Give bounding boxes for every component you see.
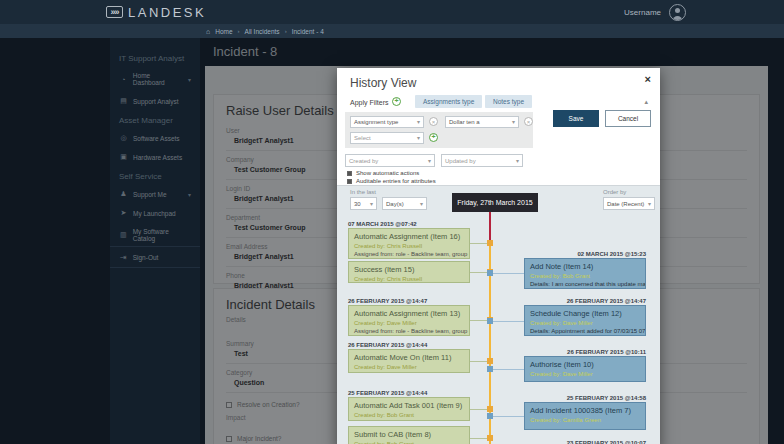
history-timeline: In the last 30▾ Day(s)▾ Friday, 27th Mar… [337, 185, 660, 444]
card-title: Automatic Add Task 001 (Item 9) [354, 401, 464, 410]
timeline-entry-date: 26 FEBRUARY 2015 @14:47 [348, 298, 470, 304]
timeline-entry-date: 26 FEBRUARY 2015 @14:44 [348, 342, 470, 348]
card-details: Assigned from: role - Backline team, gro… [354, 328, 464, 334]
chevron-down-icon: ▾ [370, 201, 373, 207]
select-value: Assignment type [354, 119, 398, 125]
chevron-down-icon: ▾ [516, 158, 519, 164]
breadcrumb: ⌂ Home › All Incidents › Incident - 4 [206, 24, 324, 38]
user-avatar[interactable] [669, 4, 686, 21]
save-button[interactable]: Save [553, 110, 599, 127]
timeline-entry-date: 23 FEBRUARY 2015 @10:07 [524, 440, 646, 444]
auditable-entries-checkbox[interactable] [347, 179, 352, 184]
timeline-entry-date: 07 MARCH 2015 @07:42 [348, 221, 470, 227]
breadcrumb-separator: › [285, 28, 287, 34]
select-value: Dollar ten a [449, 119, 480, 125]
history-card-item-12[interactable]: Schedule Change (Item 12) Created by: Da… [524, 305, 646, 336]
breadcrumb-bar: ⌂ Home › All Incidents › Incident - 4 [0, 24, 784, 38]
dollar-item-select[interactable]: Dollar ten a▾ [445, 116, 519, 128]
card-title: Automatic Assignment (Item 13) [354, 309, 464, 318]
history-card-item-9[interactable]: Automatic Add Task 001 (Item 9) Created … [348, 397, 470, 421]
timeline-node [487, 270, 493, 276]
card-created-by: Created by: Bob Grant [530, 273, 640, 279]
landesk-logo-icon: »» [106, 6, 123, 18]
updated-by-select[interactable]: Updated by▾ [441, 154, 523, 167]
timeline-entry-date: 02 MARCH 2015 @15:23 [524, 251, 646, 257]
history-card-item-13[interactable]: Automatic Assignment (Item 13) Created b… [348, 305, 470, 336]
add-filter-icon[interactable]: + [392, 97, 401, 106]
filter-chip-notes-type[interactable]: Notes type [485, 95, 532, 108]
timeline-entry-date: 26 FEBRUARY 2015 @10:11 [524, 349, 646, 355]
select-value: 30 [354, 201, 361, 207]
close-icon[interactable]: × [645, 73, 651, 85]
card-created-by: Created by: Bob Grant [354, 412, 464, 418]
chevron-down-icon: ▾ [512, 119, 515, 125]
filter-chip-assignments-type[interactable]: Assignments type [415, 95, 482, 108]
timeline-node [487, 366, 493, 372]
history-card-item-8[interactable]: Submit to CAB (Item 8) Created by: Bob G… [348, 426, 470, 444]
card-created-by: Created by: Dave Miller [354, 320, 464, 326]
timeline-node [487, 358, 493, 364]
breadcrumb-separator: › [238, 28, 240, 34]
show-automatic-actions-row: Show automatic actions [347, 170, 419, 176]
chevron-down-icon: ▾ [417, 135, 420, 141]
card-details: Details: I am concerned that this update… [530, 281, 640, 287]
modal-title: History View [350, 76, 416, 90]
interval-select[interactable]: 30▾ [350, 197, 377, 210]
order-by-select[interactable]: Date (Recent)▾ [603, 197, 655, 210]
chevron-down-icon: ▾ [428, 158, 431, 164]
history-view-modal: History View × Apply Filters + Assignmen… [337, 68, 660, 444]
show-automatic-actions-checkbox[interactable] [347, 171, 352, 176]
select-value: Select [354, 135, 371, 141]
card-title: Add Note (Item 14) [530, 262, 640, 271]
add-condition-icon[interactable]: + [429, 133, 438, 142]
apply-filters-label: Apply Filters [350, 99, 389, 106]
card-created-by: Created by: Dave Miller [530, 371, 640, 377]
cancel-button[interactable]: Cancel [605, 110, 651, 127]
remove-filter-icon[interactable]: × [524, 117, 533, 126]
select-value: Day(s) [386, 201, 404, 207]
card-title: Submit to CAB (Item 8) [354, 430, 464, 439]
brand-name: LANDESK [128, 5, 206, 20]
brand-logo: »» LANDESK [106, 0, 206, 24]
card-details: Assigned from: role - Backline team, gro… [354, 251, 464, 257]
timeline-node [487, 435, 493, 441]
timeline-node [487, 240, 493, 246]
timeline-entry-date: 25 FEBRUARY 2015 @14:44 [348, 390, 470, 396]
history-card-item-15[interactable]: Success (Item 15) Created by: Chris Russ… [348, 261, 470, 283]
avatar-head-icon [675, 8, 680, 13]
card-title: Automatic Assignment (Item 16) [354, 232, 464, 241]
username-label: Username [624, 8, 661, 17]
home-icon[interactable]: ⌂ [206, 28, 210, 35]
assignment-type-select[interactable]: Assignment type▾ [350, 116, 424, 128]
history-card-item-14[interactable]: Add Note (Item 14) Created by: Bob Grant… [524, 258, 646, 289]
timeline-entry-date: 25 FEBRUARY 2015 @14:58 [524, 395, 646, 401]
history-card-item-11[interactable]: Automatic Move On (Item 11) Created by: … [348, 349, 470, 373]
remove-filter-icon[interactable]: × [429, 117, 438, 126]
order-by-label: Order by [603, 189, 626, 195]
chevron-down-icon: ▾ [420, 201, 423, 207]
history-card-item-16[interactable]: Automatic Assignment (Item 16) Created b… [348, 228, 470, 259]
history-card-item-10[interactable]: Authorise (Item 10) Created by: Dave Mil… [524, 356, 646, 382]
select-placeholder[interactable]: Select▾ [350, 132, 424, 144]
card-title: Automatic Move On (Item 11) [354, 353, 464, 362]
timeline-entry-date: 26 FEBRUARY 2015 @14:47 [524, 298, 646, 304]
select-value: Created by [349, 158, 378, 164]
breadcrumb-home[interactable]: Home [215, 28, 232, 35]
history-card-item-7[interactable]: Add Incident 1000385 (Item 7) Created by… [524, 402, 646, 430]
top-header-bar: »» LANDESK Username [0, 0, 784, 24]
timeline-node [487, 406, 493, 412]
created-by-select[interactable]: Created by▾ [345, 154, 435, 167]
timeline-axis-red [489, 212, 491, 243]
avatar-torso-icon [673, 16, 682, 21]
breadcrumb-current: Incident - 4 [292, 28, 324, 35]
auditable-entries-row: Auditable entries for attributes [347, 178, 436, 184]
select-value: Updated by [445, 158, 476, 164]
chevron-down-icon: ▾ [648, 201, 651, 207]
collapse-filters-icon[interactable]: ▴ [644, 98, 648, 106]
select-value: Date (Recent) [607, 201, 644, 207]
timeline-node [487, 318, 493, 324]
breadcrumb-all-incidents[interactable]: All Incidents [245, 28, 280, 35]
card-details: Details: Appointment added for 07/03/15 … [530, 328, 640, 334]
card-title: Schedule Change (Item 12) [530, 309, 640, 318]
interval-unit-select[interactable]: Day(s)▾ [382, 197, 427, 210]
